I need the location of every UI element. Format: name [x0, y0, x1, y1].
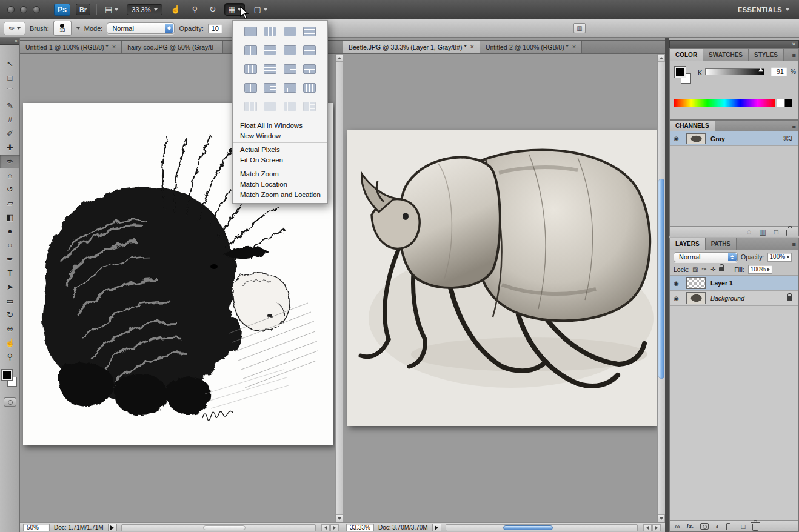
right-vertical-scrollbar[interactable]: [657, 54, 665, 522]
lock-transparency-icon[interactable]: ▨: [692, 266, 698, 273]
scroll-left-icon[interactable]: [321, 524, 330, 531]
new-group-icon[interactable]: [726, 525, 734, 530]
channel-row-gray[interactable]: ◉ Gray ⌘3: [670, 131, 798, 146]
foreground-color-swatch[interactable]: [675, 67, 686, 78]
3d-rotate-tool[interactable]: ↻: [0, 308, 20, 322]
new-channel-icon[interactable]: □: [774, 228, 778, 236]
visibility-toggle[interactable]: ◉: [670, 276, 683, 290]
type-tool[interactable]: T: [0, 266, 20, 280]
crop-tool[interactable]: #: [0, 113, 20, 127]
zoom-tool[interactable]: ⚲: [0, 350, 20, 364]
clone-stamp-tool[interactable]: ⌂: [0, 168, 20, 182]
eyedropper-tool[interactable]: ✐: [0, 127, 20, 141]
rotate-view-button[interactable]: ↻: [206, 4, 219, 15]
delete-layer-icon[interactable]: [752, 524, 758, 531]
scroll-left-icon[interactable]: [643, 524, 652, 531]
layer-fill-field[interactable]: 100%: [748, 265, 773, 274]
menu-item-new-window[interactable]: New Window: [233, 131, 327, 143]
menu-item-match-zoom-and-location[interactable]: Match Zoom and Location: [233, 190, 327, 200]
healing-brush-tool[interactable]: ✚: [0, 141, 20, 155]
panel-menu-icon[interactable]: ≡: [792, 121, 796, 131]
arrange-tile-all-grid-icon[interactable]: [264, 27, 276, 36]
load-selection-icon[interactable]: ◌: [747, 228, 751, 236]
zoom-percent-field[interactable]: 33.33%: [346, 524, 374, 531]
black-swatch[interactable]: [784, 99, 792, 107]
arrange-6up-grid-icon[interactable]: [264, 102, 276, 111]
arrange-5up-vertical-icon[interactable]: [244, 102, 257, 111]
quick-mask-button[interactable]: [4, 397, 16, 407]
left-vertical-scrollbar[interactable]: [335, 54, 343, 522]
arrange-3up-top-main-icon[interactable]: [303, 64, 316, 74]
scroll-thumb[interactable]: [203, 525, 246, 530]
menu-item-fit-on-screen[interactable]: Fit On Screen: [233, 155, 327, 167]
quick-selection-tool[interactable]: ✎: [0, 99, 20, 113]
collapse-dock-icon[interactable]: »: [669, 40, 799, 48]
tab-paths[interactable]: PATHS: [706, 238, 737, 250]
arrange-3up-left-main-icon[interactable]: [284, 64, 296, 74]
close-tab-icon[interactable]: ×: [470, 44, 474, 50]
arrange-6up-grid-wide-icon[interactable]: [284, 102, 296, 111]
menu-item-actual-pixels[interactable]: Actual Pixels: [233, 145, 327, 155]
arrange-2up-vertical-icon[interactable]: [244, 45, 257, 55]
layer-row-background[interactable]: ◉ Background: [670, 291, 798, 306]
history-brush-tool[interactable]: ↺: [0, 182, 20, 196]
scroll-down-icon[interactable]: [336, 514, 343, 522]
close-tab-icon[interactable]: ×: [572, 44, 576, 50]
layer-row-layer-1[interactable]: ◉ Layer 1: [670, 276, 798, 291]
move-tool[interactable]: ↖: [0, 57, 20, 71]
arrange-4up-top-main-icon[interactable]: [284, 83, 296, 93]
tool-preset-picker[interactable]: ✑: [4, 22, 25, 35]
panel-menu-icon[interactable]: ≡: [792, 238, 796, 250]
marquee-tool[interactable]: □: [0, 71, 20, 85]
minimize-button[interactable]: [20, 6, 27, 13]
tab-untitled-1[interactable]: Untitled-1 @ 100% (RGB/8) * ×: [20, 41, 122, 53]
blend-mode-select[interactable]: Normal: [107, 22, 175, 34]
visibility-toggle[interactable]: ◉: [670, 291, 683, 305]
arrange-tile-all-horizontally-icon[interactable]: [303, 27, 316, 36]
scroll-thumb[interactable]: [658, 179, 664, 379]
scroll-right-icon[interactable]: [652, 524, 661, 531]
delete-channel-icon[interactable]: [786, 230, 792, 236]
eraser-tool[interactable]: ▱: [0, 196, 20, 210]
tab-channels[interactable]: CHANNELS: [670, 121, 715, 131]
pen-tool[interactable]: ✒: [0, 252, 20, 266]
arrange-2up-left-main-icon[interactable]: [284, 45, 296, 55]
zoom-percent-field[interactable]: 50%: [23, 524, 50, 531]
close-tab-icon[interactable]: ×: [112, 44, 116, 50]
scroll-up-icon[interactable]: [658, 54, 665, 62]
layer-thumbnail[interactable]: [686, 277, 706, 289]
layer-style-icon[interactable]: fx.: [687, 523, 694, 530]
save-selection-icon[interactable]: ▥: [759, 228, 766, 236]
arrange-2up-horizontal-icon[interactable]: [264, 45, 276, 55]
color-ramp[interactable]: [674, 99, 775, 107]
arrange-tile-all-vertically-icon[interactable]: [284, 27, 296, 36]
brush-tool[interactable]: ✑: [0, 155, 20, 168]
tab-hairy-coo[interactable]: hairy-coo.JPG @ 50% (Gray/8: [122, 41, 223, 53]
white-swatch[interactable]: [777, 99, 784, 107]
tab-untitled-2[interactable]: Untitled-2 @ 100% (RGB/8) * ×: [480, 41, 582, 53]
zoom-level-field[interactable]: 33.3%: [127, 4, 162, 15]
tab-beetle[interactable]: Beetle.JPG @ 33.3% (Layer 1, Gray/8#) * …: [343, 41, 480, 53]
launch-bridge-button[interactable]: Br: [76, 4, 90, 15]
arrange-4up-vertical-icon[interactable]: [303, 83, 316, 93]
link-layers-icon[interactable]: ∞: [675, 522, 680, 531]
screen-mode-button[interactable]: ▢: [250, 4, 270, 15]
arrange-3up-horizontal-icon[interactable]: [264, 64, 276, 74]
arrange-4up-grid-icon[interactable]: [244, 83, 257, 93]
visibility-toggle[interactable]: ◉: [670, 131, 683, 145]
layer-mask-icon[interactable]: [700, 523, 709, 530]
scroll-thumb[interactable]: [503, 525, 553, 530]
arrange-4up-left-main-icon[interactable]: [264, 83, 276, 93]
tab-color[interactable]: COLOR: [670, 49, 703, 61]
arrange-3up-vertical-icon[interactable]: [244, 64, 257, 74]
status-flyout-button[interactable]: [432, 524, 441, 531]
layer-opacity-field[interactable]: 100%: [767, 253, 792, 262]
scroll-down-icon[interactable]: [658, 514, 665, 522]
hand-tool[interactable]: ☝: [0, 336, 20, 350]
status-flyout-button[interactable]: [108, 524, 117, 531]
new-layer-icon[interactable]: □: [741, 522, 745, 531]
shape-tool[interactable]: ▭: [0, 294, 20, 308]
right-horizontal-scrollbar[interactable]: [446, 524, 638, 531]
zoom-tool-button[interactable]: ⚲: [189, 4, 201, 15]
gradient-tool[interactable]: ◧: [0, 210, 20, 224]
